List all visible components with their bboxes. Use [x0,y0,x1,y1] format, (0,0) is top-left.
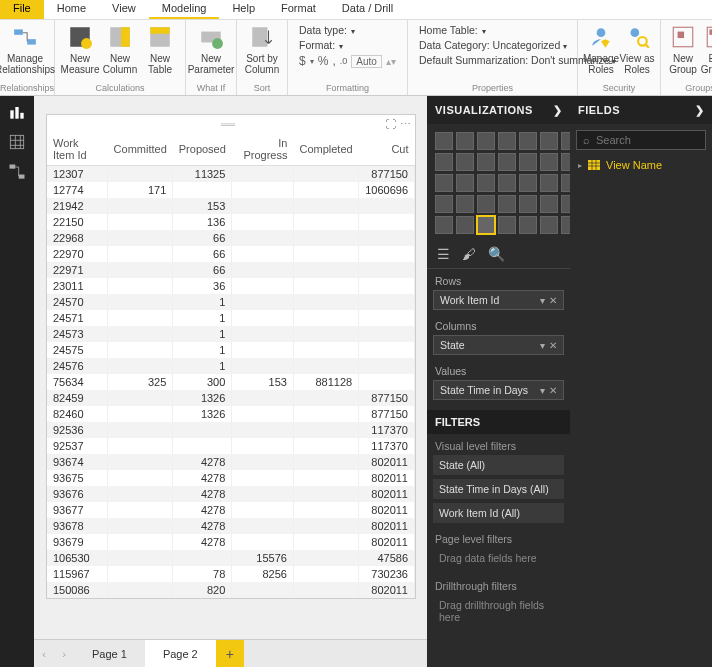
values-well[interactable]: State Time in Days ▾✕ [433,380,564,400]
tab-help[interactable]: Help [219,0,268,19]
viz-type-icon[interactable] [498,153,516,171]
tab-home[interactable]: Home [44,0,99,19]
remove-field-icon[interactable]: ✕ [549,385,557,396]
format-dropdown[interactable] [339,39,343,51]
viz-type-icon[interactable] [435,132,453,150]
more-options-icon[interactable]: ⋯ [400,118,411,131]
table-row: 936754278802011 [47,470,415,486]
decimals-input[interactable]: Auto [351,55,382,68]
new-table-button[interactable]: New Table [140,22,180,75]
focus-mode-icon[interactable]: ⛶ [385,118,396,130]
viz-type-icon[interactable] [519,132,537,150]
viz-type-icon[interactable] [435,153,453,171]
chevron-down-icon[interactable]: ▾ [540,340,545,351]
new-parameter-button[interactable]: New Parameter [191,22,231,75]
report-view-icon[interactable] [7,102,27,122]
column-header[interactable]: Committed [108,133,173,166]
tab-format[interactable]: Format [268,0,329,19]
filter-state[interactable]: State (All) [433,455,564,475]
page-filters-dropzone[interactable]: Drag data fields here [433,548,564,568]
viz-type-icon[interactable] [435,195,453,213]
viz-type-icon[interactable] [477,216,495,234]
remove-field-icon[interactable]: ✕ [549,340,557,351]
column-header[interactable]: Work Item Id [47,133,108,166]
column-header[interactable]: Proposed [173,133,232,166]
table-row: 75634325300153881128 [47,374,415,390]
collapse-viz-pane-icon[interactable]: ❯ [553,104,563,117]
viz-type-icon[interactable] [456,195,474,213]
viz-type-icon[interactable] [435,216,453,234]
page-next-button[interactable]: › [54,640,74,667]
chevron-down-icon[interactable]: ▾ [540,295,545,306]
table-row: 936794278802011 [47,534,415,550]
rows-well[interactable]: Work Item Id ▾✕ [433,290,564,310]
format-tab[interactable]: 🖌 [462,246,476,262]
viz-type-icon[interactable] [498,174,516,192]
collapse-fields-pane-icon[interactable]: ❯ [695,104,705,117]
filter-state-time[interactable]: State Time in Days (All) [433,479,564,499]
viz-type-icon[interactable] [435,174,453,192]
edit-groups-button[interactable]: Edit Groups [700,22,712,75]
percent-button[interactable]: % [318,54,329,68]
viz-type-icon[interactable] [477,174,495,192]
tab-view[interactable]: View [99,0,149,19]
viz-type-icon[interactable] [477,132,495,150]
column-header[interactable]: Cut [359,133,415,166]
datatype-dropdown[interactable] [351,24,355,36]
decimal-decrease-icon[interactable]: .0 [340,56,348,66]
viz-type-icon[interactable] [540,174,558,192]
add-page-button[interactable]: + [216,640,244,667]
viz-type-icon[interactable] [540,153,558,171]
new-group-button[interactable]: New Group [666,22,700,75]
tab-file[interactable]: File [0,0,44,19]
viz-type-icon[interactable] [519,216,537,234]
page-prev-button[interactable]: ‹ [34,640,54,667]
drag-handle-icon[interactable]: ══ [221,119,235,130]
chevron-down-icon[interactable]: ▾ [540,385,545,396]
fields-well-tab[interactable]: ☰ [437,246,450,262]
manage-relationships-button[interactable]: Manage Relationships [5,22,45,75]
viz-type-icon[interactable] [540,132,558,150]
model-view-icon[interactable] [7,162,27,182]
data-category-dropdown[interactable]: Data Category: Uncategorized [419,39,566,51]
thousands-button[interactable]: , [332,54,335,68]
viz-type-icon[interactable] [498,195,516,213]
viz-type-icon[interactable] [540,216,558,234]
column-header[interactable]: In Progress [232,133,294,166]
viz-type-icon[interactable] [477,153,495,171]
viz-type-icon[interactable] [456,153,474,171]
viz-type-icon[interactable] [498,216,516,234]
report-canvas[interactable]: ══ ⛶ ⋯ Work Item IdCommittedProposedIn P… [34,96,427,639]
viz-type-icon[interactable] [456,132,474,150]
matrix-visual[interactable]: ══ ⛶ ⋯ Work Item IdCommittedProposedIn P… [46,114,416,599]
remove-field-icon[interactable]: ✕ [549,295,557,306]
viz-type-icon[interactable] [456,174,474,192]
columns-well[interactable]: State ▾✕ [433,335,564,355]
view-as-roles-button[interactable]: View as Roles [619,22,655,75]
new-measure-button[interactable]: New Measure [60,22,100,75]
page-tab-1[interactable]: Page 1 [74,640,145,667]
viz-type-icon[interactable] [519,174,537,192]
tab-modeling[interactable]: Modeling [149,0,220,19]
drillthrough-dropzone[interactable]: Drag drillthrough fields here [433,595,564,627]
search-input[interactable] [596,134,712,146]
viz-type-icon[interactable] [498,132,516,150]
page-tab-2[interactable]: Page 2 [145,640,216,667]
viz-type-icon[interactable] [519,195,537,213]
sort-by-column-button[interactable]: Sort by Column [242,22,282,75]
field-table-viewname[interactable]: ▸ View Name [570,156,712,174]
viz-type-icon[interactable] [540,195,558,213]
tab-datadrill[interactable]: Data / Drill [329,0,406,19]
currency-button[interactable]: $ [299,54,306,68]
new-column-button[interactable]: New Column [100,22,140,75]
filter-work-item-id[interactable]: Work Item Id (All) [433,503,564,523]
analytics-tab[interactable]: 🔍 [488,246,505,262]
expand-icon[interactable]: ▸ [578,161,582,170]
manage-roles-button[interactable]: Manage Roles [583,22,619,75]
home-table-dropdown[interactable] [482,24,486,36]
data-view-icon[interactable] [7,132,27,152]
column-header[interactable]: Completed [293,133,358,166]
viz-type-icon[interactable] [456,216,474,234]
viz-type-icon[interactable] [519,153,537,171]
viz-type-icon[interactable] [477,195,495,213]
